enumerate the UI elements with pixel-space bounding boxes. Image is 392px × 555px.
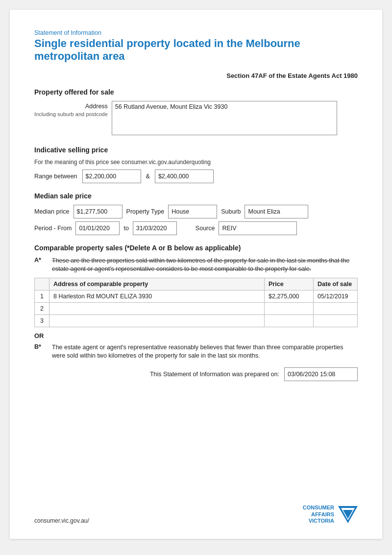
row-date: 05/12/2019: [314, 290, 358, 302]
source-box: REIV: [219, 221, 297, 235]
table-row: 2: [35, 302, 358, 314]
logo-text-2: AFFAIRS: [303, 511, 334, 518]
or-text: OR: [34, 332, 358, 339]
prepared-value-box: 03/06/2020 15:08: [284, 367, 358, 381]
row-price: [265, 314, 314, 327]
median-heading: Median sale price: [34, 192, 358, 200]
logo-area: CONSUMER AFFAIRS VICTORIA: [303, 505, 358, 524]
address-value: 56 Rutland Avenue, Mount Eliza Vic 3930: [115, 103, 228, 110]
option-b-label: B*: [34, 343, 48, 361]
table-row: 18 Harleston Rd MOUNT ELIZA 3930$2,275,0…: [35, 290, 358, 302]
indicative-note: For the meaning of this price see consum…: [34, 159, 358, 166]
range-label: Range between: [34, 173, 77, 180]
col-address-header: Address of comparable property: [49, 278, 265, 290]
property-type-box: House: [168, 205, 217, 218]
row-price: $2,275,000: [265, 290, 314, 302]
option-b-text: The estate agent or agent's representati…: [52, 343, 358, 361]
address-label: Address Including suburb and postcode: [34, 101, 112, 119]
row-num: 3: [35, 314, 49, 327]
row-price: [265, 302, 314, 314]
property-type-label: Property Type: [126, 208, 165, 215]
range-from-box: $2,200,000: [82, 169, 141, 183]
row-num: 2: [35, 302, 49, 314]
period-to-label: to: [123, 225, 128, 232]
prepared-label: This Statement of Information was prepar…: [150, 371, 279, 378]
range-to-box: $2,400,000: [155, 169, 214, 183]
logo-text-1: CONSUMER: [303, 505, 334, 511]
footer: consumer.vic.gov.au/ CONSUMER AFFAIRS VI…: [34, 505, 358, 524]
option-a-text: These are the three properties sold with…: [52, 257, 358, 274]
median-price-box: $1,277,500: [74, 205, 122, 218]
median-price-label: Median price: [34, 208, 70, 215]
period-label: Period - From: [34, 225, 72, 232]
logo-triangle-icon: [338, 506, 358, 523]
address-box: 56 Rutland Avenue, Mount Eliza Vic 3930: [112, 101, 337, 135]
row-address: [49, 302, 265, 314]
row-address: [49, 314, 265, 327]
suburb-label: Suburb: [221, 208, 241, 215]
col-price-header: Price: [265, 278, 314, 290]
row-num: 1: [35, 290, 49, 302]
range-and: &: [146, 173, 150, 180]
header-title: Single residential property located in t…: [34, 37, 358, 63]
row-address: 8 Harleston Rd MOUNT ELIZA 3930: [49, 290, 265, 302]
section-ref: Section 47AF of the Estate Agents Act 19…: [34, 72, 358, 79]
period-from-box: 01/01/2020: [75, 221, 120, 235]
period-to-box: 31/03/2020: [133, 221, 177, 235]
comparable-heading: Comparable property sales (*Delete A or …: [34, 244, 358, 252]
col-date-header: Date of sale: [314, 278, 358, 290]
property-section-heading: Property offered for sale: [34, 88, 358, 96]
source-label: Source: [196, 225, 215, 232]
logo-text-3: VICTORIA: [303, 518, 334, 524]
footer-url: consumer.vic.gov.au/: [34, 517, 89, 524]
table-row: 3: [35, 314, 358, 327]
comparable-table: Address of comparable property Price Dat…: [34, 278, 358, 327]
col-num-header: [35, 278, 49, 290]
option-a-label: A*: [34, 257, 48, 274]
indicative-heading: Indicative selling price: [34, 146, 358, 154]
header-subtitle: Statement of Information: [34, 29, 358, 36]
suburb-box: Mount Eliza: [245, 205, 308, 218]
row-date: [314, 314, 358, 327]
row-date: [314, 302, 358, 314]
page: Statement of Information Single resident…: [10, 10, 382, 539]
